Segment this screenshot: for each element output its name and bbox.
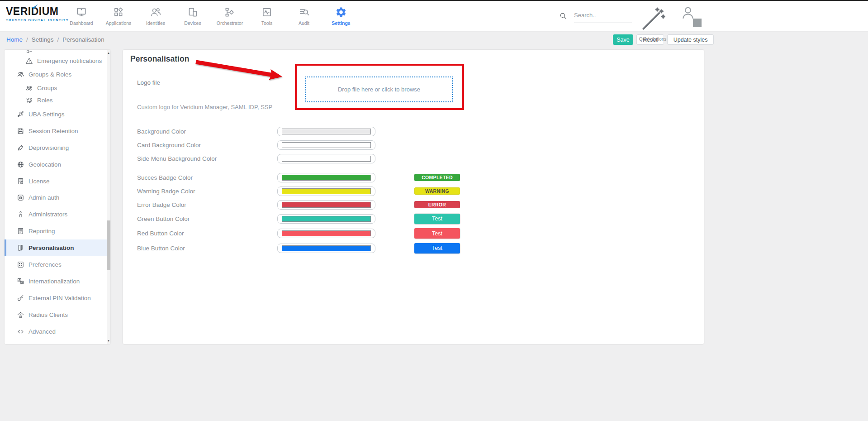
clipped-icon <box>25 50 33 54</box>
settings-sidebar: Emergency notificationsGroups & RolesGro… <box>5 50 110 344</box>
sidebar-item-preferences[interactable]: Preferences <box>5 256 107 273</box>
color-swatch-input[interactable] <box>277 244 375 253</box>
sidebar-item-label: Reporting <box>28 228 55 234</box>
license-icon <box>17 177 24 185</box>
sidebar-item-roles[interactable]: Roles <box>5 94 107 106</box>
veridium-logo[interactable]: VERIDIUM TRUSTED DIGITAL IDENTITY <box>6 6 69 22</box>
nav-label: Orchestrator <box>217 20 243 26</box>
color-swatch-input[interactable] <box>277 154 375 163</box>
devices-icon <box>187 6 199 18</box>
sidebar-item-groups-roles[interactable]: Groups & Roles <box>5 67 107 81</box>
color-swatch-value <box>282 188 371 194</box>
users-icon <box>17 71 24 78</box>
nav-settings[interactable]: Settings <box>323 3 360 26</box>
preferences-icon <box>17 261 24 268</box>
nav-orchestrator[interactable]: Orchestrator <box>211 3 248 26</box>
breadcrumb: Home/Settings/Personalisation <box>6 36 104 43</box>
scroll-up-icon[interactable]: ▲ <box>107 51 110 55</box>
logo-dropzone[interactable]: Drop file here or click to browse <box>305 77 453 102</box>
sidebar-item-emergency-notifications[interactable]: Emergency notifications <box>5 54 107 67</box>
quick-actions-button[interactable]: Quick Actions <box>639 5 667 42</box>
sidebar-item-groups[interactable]: Groups <box>5 81 107 94</box>
nav-label: Identities <box>146 20 165 26</box>
color-field-row: Blue Button ColorTest <box>137 241 594 256</box>
nav-applications[interactable]: Applications <box>100 3 137 26</box>
sidebar-item-deprovisioning[interactable]: Deprovisioning <box>5 139 107 156</box>
color-swatch-input[interactable] <box>277 187 375 196</box>
tools-icon <box>261 6 273 18</box>
admin-auth-icon <box>17 194 24 201</box>
logo-file-label: Logo file <box>137 79 160 86</box>
scroll-down-icon[interactable]: ▼ <box>107 339 110 343</box>
sidebar-item-uba-settings[interactable]: UBA Settings <box>5 106 107 123</box>
uba-icon <box>17 110 24 118</box>
nav-tools[interactable]: Tools <box>248 3 285 26</box>
sidebar-item-label: Personalisation <box>28 244 74 251</box>
audit-icon <box>298 6 310 18</box>
color-swatch-input[interactable] <box>277 200 375 210</box>
sidebar-item-internationalization[interactable]: Internationalization <box>5 273 107 290</box>
nav-audit[interactable]: Audit <box>285 3 323 26</box>
save-button[interactable]: Save <box>613 34 633 45</box>
sidebar-item-reporting[interactable]: Reporting <box>5 223 107 239</box>
color-swatch-value <box>282 230 371 236</box>
color-field-label: Succes Badge Color <box>137 174 277 181</box>
color-swatch-input[interactable] <box>277 229 375 238</box>
globe-icon <box>17 161 24 168</box>
sidebar-item-advanced[interactable]: Advanced <box>5 323 107 340</box>
broom-icon <box>17 144 24 152</box>
floppy-icon <box>17 127 24 135</box>
color-preview-slot: Test <box>414 214 460 224</box>
sidebar-scrollbar[interactable]: ▲ ▼ <box>107 50 110 344</box>
color-field-row: Red Button ColorTest <box>137 226 594 241</box>
sidebar-item-label: Emergency notifications <box>37 57 102 64</box>
color-field-row: Green Button ColorTest <box>137 211 594 226</box>
color-swatch-input[interactable] <box>277 140 375 150</box>
nav-identities[interactable]: Identities <box>137 3 174 26</box>
color-field-label: Background Color <box>137 128 277 135</box>
preview-test-button[interactable]: Test <box>414 228 460 239</box>
preview-test-button[interactable]: Test <box>414 243 460 254</box>
sidebar-item-partial <box>5 50 107 54</box>
sidebar-item-external-pin-validation[interactable]: External PIN Validation <box>5 290 107 306</box>
personalisation-panel: Personalisation Logo file Drop file here… <box>123 50 704 344</box>
color-swatch-value <box>282 175 371 181</box>
color-swatch-input[interactable] <box>277 214 375 224</box>
logo-hint-text: Custom logo for Veridium Manager, SAML I… <box>137 104 272 110</box>
sidebar-item-admin-auth[interactable]: Admin auth <box>5 189 107 206</box>
color-settings-list: Background ColorCard Background ColorSid… <box>137 124 594 256</box>
sidebar-item-label: Internationalization <box>28 278 80 285</box>
sidebar-item-administrators[interactable]: Administrators <box>5 206 107 223</box>
color-preview-slot: COMPLETED <box>414 174 460 181</box>
main-nav: DashboardApplicationsIdentitiesDevicesOr… <box>63 3 360 26</box>
update-styles-button[interactable]: Update styles <box>667 34 714 45</box>
nav-devices[interactable]: Devices <box>174 3 211 26</box>
sidebar-item-label: Preferences <box>28 261 62 268</box>
color-swatch-input[interactable] <box>277 173 375 182</box>
apps-icon <box>113 6 124 18</box>
color-swatch-value <box>282 156 371 162</box>
color-field-label: Red Button Color <box>137 230 277 237</box>
user-avatar[interactable] <box>680 5 696 20</box>
breadcrumb-settings[interactable]: Settings <box>32 36 54 43</box>
sidebar-item-radius-clients[interactable]: Radius Clients <box>5 306 107 323</box>
sidebar-item-label: License <box>28 178 50 185</box>
sidebar-item-session-retention[interactable]: Session Retention <box>5 123 107 139</box>
nav-dashboard[interactable]: Dashboard <box>63 3 100 26</box>
scrollbar-thumb[interactable] <box>107 220 110 270</box>
quick-actions-label: Quick Actions <box>639 37 667 42</box>
preview-test-button[interactable]: Test <box>414 214 460 224</box>
personalisation-icon <box>17 244 24 252</box>
search-icon <box>559 12 567 20</box>
color-swatch-input[interactable] <box>277 127 375 136</box>
sidebar-item-license[interactable]: License <box>5 173 107 190</box>
sidebar-item-personalisation[interactable]: Personalisation <box>5 239 107 256</box>
search-input[interactable]: Search.. <box>574 12 632 23</box>
sidebar-item-geolocation[interactable]: Geolocation <box>5 156 107 173</box>
color-preview-slot: WARNING <box>414 187 460 195</box>
nav-label: Dashboard <box>70 20 93 26</box>
gray-square <box>693 19 702 27</box>
breadcrumb-home[interactable]: Home <box>6 36 23 43</box>
color-field-row: Error Badge ColorERROR <box>137 198 594 211</box>
color-field-label: Card Background Color <box>137 142 277 148</box>
